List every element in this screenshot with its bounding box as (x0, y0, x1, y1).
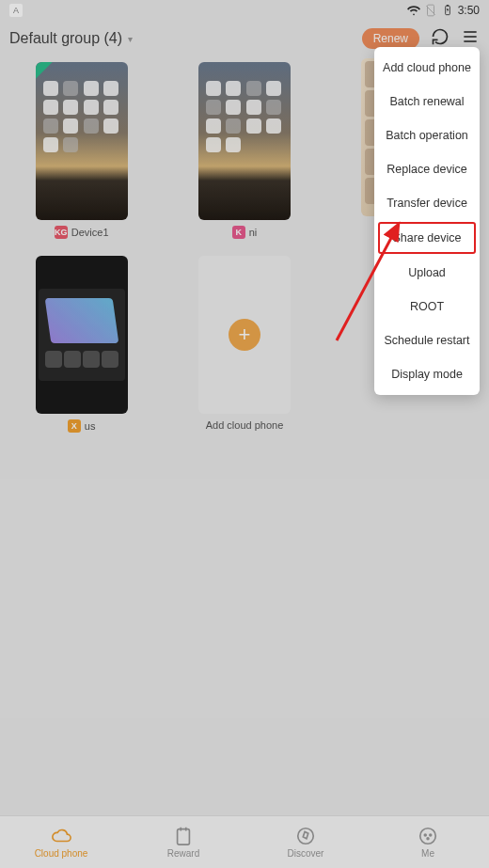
nav-me[interactable]: Me (367, 816, 489, 868)
add-thumbnail[interactable]: + (198, 256, 291, 414)
svg-point-13 (427, 838, 429, 840)
svg-point-11 (424, 834, 426, 836)
bottom-nav: Cloud phone Reward Discover Me (0, 815, 489, 868)
group-title-label: Default group (4) (9, 30, 122, 47)
active-badge-icon (36, 62, 53, 79)
svg-point-12 (430, 834, 432, 836)
renew-button[interactable]: Renew (362, 28, 419, 49)
menu-item-upload[interactable]: Upload (374, 256, 480, 290)
reward-icon (173, 826, 194, 846)
device-card[interactable]: K ni (181, 62, 307, 239)
menu-item-batch-renewal[interactable]: Batch renewal (374, 85, 480, 118)
discover-icon (295, 826, 316, 846)
menu-item-display-mode[interactable]: Display mode (374, 357, 480, 391)
svg-point-10 (420, 829, 436, 844)
add-cloud-phone-tile[interactable]: + Add cloud phone (181, 256, 307, 433)
no-sim-icon (424, 4, 437, 17)
device-name-label: Device1 (71, 227, 109, 238)
add-tile-label: Add cloud phone (206, 419, 284, 431)
nav-label: Reward (167, 848, 199, 859)
me-icon (418, 826, 438, 846)
device-thumbnail[interactable] (36, 256, 128, 414)
cloud-icon (51, 826, 71, 846)
group-selector[interactable]: Default group (4) ▾ (9, 30, 133, 47)
device-card[interactable]: KG Device1 (19, 62, 144, 239)
svg-point-9 (298, 829, 314, 844)
menu-item-root[interactable]: ROOT (374, 290, 480, 324)
nav-discover[interactable]: Discover (244, 816, 367, 868)
device-badge-icon: K (232, 226, 245, 239)
device-name-label: us (85, 420, 96, 432)
status-bar: A 3:50 (0, 0, 489, 21)
menu-item-add-cloud-phone[interactable]: Add cloud phone (374, 51, 480, 85)
nav-label: Discover (288, 848, 324, 859)
nav-label: Cloud phone (35, 848, 88, 859)
nav-reward[interactable]: Reward (122, 816, 244, 868)
menu-item-share-device[interactable]: Share device (378, 222, 476, 254)
menu-item-transfer-device[interactable]: Transfer device (374, 186, 480, 220)
device-badge-icon: X (68, 419, 81, 433)
status-time: 3:50 (458, 4, 480, 17)
overflow-menu: Add cloud phone Batch renewal Batch oper… (374, 47, 480, 395)
nav-label: Me (421, 848, 434, 859)
device-name-label: ni (249, 227, 258, 238)
menu-item-batch-operation[interactable]: Batch operation (374, 118, 480, 152)
device-thumbnail[interactable] (36, 62, 128, 220)
svg-rect-8 (178, 829, 190, 845)
device-thumbnail[interactable] (198, 62, 291, 220)
battery-charging-icon (441, 4, 454, 17)
svg-rect-3 (446, 5, 448, 6)
nav-cloud-phone[interactable]: Cloud phone (0, 816, 122, 868)
device-badge-icon: KG (55, 226, 68, 239)
device-card[interactable]: X us (19, 256, 144, 433)
chevron-down-icon: ▾ (128, 34, 133, 44)
app-indicator-icon: A (9, 4, 23, 17)
wifi-icon (407, 4, 420, 17)
menu-item-schedule-restart[interactable]: Schedule restart (374, 324, 480, 357)
menu-item-replace-device[interactable]: Replace device (374, 152, 480, 186)
plus-icon: + (229, 319, 260, 351)
